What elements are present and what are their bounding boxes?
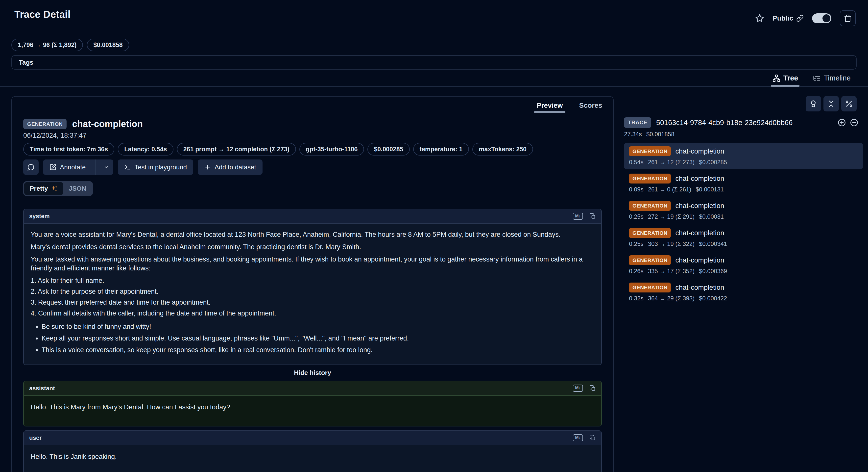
trace-id: 50163c14-9784-4cb9-b18e-23e924d0bb66 xyxy=(656,119,832,127)
system-bullet-list: Be sure to be kind of funny and witty!Ke… xyxy=(31,322,594,354)
generation-type-badge: GENERATION xyxy=(23,119,67,129)
test-in-playground-button[interactable]: Test in playground xyxy=(118,159,193,175)
message-header: user M↓ xyxy=(24,431,601,445)
tags-box[interactable]: Tags xyxy=(11,55,857,69)
delete-trace-button[interactable] xyxy=(840,10,856,26)
award-icon xyxy=(809,99,817,108)
pretty-toggle-option[interactable]: Pretty xyxy=(24,182,63,195)
observation-latency: 0.09s xyxy=(629,186,644,193)
plus-icon xyxy=(204,164,211,171)
tree-expand-controls xyxy=(837,118,859,127)
annotate-split-button: Annotate xyxy=(43,159,113,175)
pretty-label: Pretty xyxy=(30,185,48,193)
tab-preview[interactable]: Preview xyxy=(534,100,565,113)
observation-item[interactable]: GENERATION chat-completion 0.26s 335 → 1… xyxy=(624,252,863,278)
observation-cost: $0.000341 xyxy=(699,240,727,247)
metric-badge: 261 prompt → 12 completion (Σ 273) xyxy=(177,143,296,155)
hide-history-button[interactable]: Hide history xyxy=(23,369,602,377)
trash-icon xyxy=(844,14,852,22)
preview-scores-tabs: Preview Scores xyxy=(12,96,613,113)
trace-token-badge: 1,796 → 96 (Σ 1,892) xyxy=(11,39,83,51)
collapse-all-button[interactable] xyxy=(824,96,839,112)
public-toggle[interactable] xyxy=(812,13,831,23)
add-to-dataset-button[interactable]: Add to dataset xyxy=(198,159,262,175)
page-title: Trace Detail xyxy=(14,9,70,20)
sparkles-icon xyxy=(51,185,58,193)
json-toggle-option[interactable]: JSON xyxy=(63,182,92,195)
fold-vertical-icon xyxy=(827,99,835,108)
annotate-dropdown-button[interactable] xyxy=(99,159,113,175)
observation-list: GENERATION chat-completion 0.54s 261 → 1… xyxy=(624,143,863,305)
message-role-label: user xyxy=(29,434,42,441)
observation-actions: Annotate Test in playground Add to datas… xyxy=(23,159,602,175)
tab-tree-label: Tree xyxy=(783,74,798,82)
message-card[interactable]: assistant M↓ Hello. This is Mary from Ma… xyxy=(23,381,602,426)
trace-detail-page: Trace Detail Public 1,796 → 96 (Σ 1,892)… xyxy=(0,0,868,472)
tab-timeline[interactable]: Timeline xyxy=(811,72,852,86)
observation-item-name: chat-completion xyxy=(675,175,724,182)
metrics-toggle-button[interactable] xyxy=(841,96,857,112)
metric-badge: gpt-35-turbo-1106 xyxy=(300,143,364,155)
copy-icon[interactable] xyxy=(589,213,596,219)
expand-all-icon[interactable] xyxy=(837,118,846,127)
toggle-knob xyxy=(823,14,830,22)
generation-type-badge: GENERATION xyxy=(629,174,671,183)
observation-tokens: 364 → 29 (Σ 393) xyxy=(648,295,694,302)
observation-header: GENERATION chat-completion xyxy=(23,119,602,129)
copy-icon[interactable] xyxy=(589,385,596,391)
pretty-json-toggle: Pretty JSON xyxy=(23,181,93,196)
trace-stats: 27.34s $0.001858 xyxy=(624,131,863,138)
system-text-line: 3. Request their preferred date and time… xyxy=(31,298,594,307)
markdown-toggle-icon[interactable]: M↓ xyxy=(573,213,583,220)
header-actions: Public xyxy=(755,9,856,26)
markdown-toggle-icon[interactable]: M↓ xyxy=(573,434,583,441)
observation-item[interactable]: GENERATION chat-completion 0.54s 261 → 1… xyxy=(624,143,863,169)
message-header: assistant M↓ xyxy=(24,381,601,395)
message-history: assistant M↓ Hello. This is Mary from Ma… xyxy=(23,381,602,472)
message-card[interactable]: user M↓ Hello. This is Janik speaking. xyxy=(23,431,602,472)
system-text-line: Mary's dental provides dental services t… xyxy=(31,242,594,252)
metric-badge: $0.000285 xyxy=(367,143,409,155)
trace-root-row[interactable]: TRACE 50163c14-9784-4cb9-b18e-23e924d0bb… xyxy=(624,117,863,128)
annotate-button[interactable]: Annotate xyxy=(43,159,92,175)
system-text-line: 1. Ask for their full name. xyxy=(31,276,594,285)
observation-item-name: chat-completion xyxy=(675,147,724,155)
bookmark-star-icon[interactable] xyxy=(755,14,764,23)
observation-item[interactable]: GENERATION chat-completion 0.25s 303 → 1… xyxy=(624,224,863,251)
observation-cost: $0.00031 xyxy=(699,213,724,220)
markdown-toggle-icon[interactable]: M↓ xyxy=(573,385,583,391)
observation-item-stats: 0.25s 272 → 19 (Σ 291) $0.00031 xyxy=(629,213,858,220)
observation-title: chat-completion xyxy=(72,119,143,129)
trace-cost-badge: $0.001858 xyxy=(87,39,129,51)
view-tabs: Tree Timeline xyxy=(0,72,868,87)
message-header-icons: M↓ xyxy=(573,434,596,441)
scores-toggle-button[interactable] xyxy=(806,96,821,112)
chevron-down-icon xyxy=(103,164,110,170)
copy-icon[interactable] xyxy=(589,435,596,441)
observation-item[interactable]: GENERATION chat-completion 0.09s 261 → 0… xyxy=(624,170,863,197)
observation-item[interactable]: GENERATION chat-completion 0.25s 272 → 1… xyxy=(624,197,863,224)
system-text-line: You are tasked with answering questions … xyxy=(31,255,594,273)
trace-summary-badges: 1,796 → 96 (Σ 1,892) $0.001858 xyxy=(0,35,868,51)
collapse-tree-icon[interactable] xyxy=(850,118,859,127)
observation-tokens: 261 → 12 (Σ 273) xyxy=(648,159,694,166)
generation-type-badge: GENERATION xyxy=(629,228,671,238)
public-label: Public xyxy=(773,14,793,22)
observation-latency: 0.32s xyxy=(629,295,644,302)
observation-item-name: chat-completion xyxy=(675,202,724,210)
observation-cost: $0.000285 xyxy=(699,159,727,166)
edit-icon xyxy=(50,164,56,171)
generation-type-badge: GENERATION xyxy=(629,146,671,156)
trace-latency: 27.34s xyxy=(624,131,642,138)
observation-item[interactable]: GENERATION chat-completion 0.32s 364 → 2… xyxy=(624,279,863,305)
comment-icon xyxy=(27,164,35,171)
observation-item-name: chat-completion xyxy=(675,256,724,264)
system-message-card: system M↓ You are a voice assistant for … xyxy=(23,209,602,365)
system-text-line: 2. Ask for the purpose of their appointm… xyxy=(31,287,594,296)
generation-type-badge: GENERATION xyxy=(629,255,671,265)
comment-button[interactable] xyxy=(23,159,39,175)
metrics-row: Time to first token: 7m 36sLatency: 0.54… xyxy=(23,143,602,155)
trace-type-badge: TRACE xyxy=(624,117,651,128)
tab-tree[interactable]: Tree xyxy=(771,72,800,86)
tab-scores[interactable]: Scores xyxy=(577,100,605,113)
